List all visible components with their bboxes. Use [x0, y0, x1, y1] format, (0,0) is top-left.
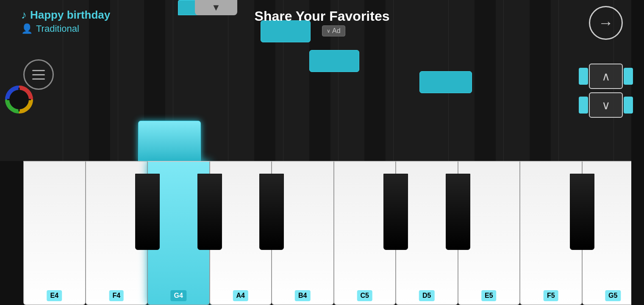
share-text: Share Your Favorites [255, 8, 390, 24]
note-block [419, 71, 472, 93]
white-keys: E4F4G4A4B4C5D5E5F5G5 [23, 161, 644, 305]
lane-separator [503, 0, 504, 161]
next-arrow-icon: → [598, 14, 613, 32]
lane-separator [558, 0, 559, 161]
black-key-fsharp5[interactable] [570, 174, 594, 250]
next-button[interactable]: → [589, 6, 623, 40]
ad-badge[interactable]: ∨ Ad [322, 25, 345, 36]
black-key-gsharp4[interactable] [197, 174, 222, 250]
ad-chevron: ∨ [327, 28, 330, 34]
black-key-asharp4[interactable] [259, 174, 284, 250]
song-artist-text: Traditional [36, 23, 79, 34]
lane-separator [338, 0, 339, 161]
lane-separator [118, 0, 118, 161]
piano-roll: ▼ ♪ Happy birthday 👤 Traditional Share Y… [0, 0, 644, 161]
white-key-e4[interactable]: E4 [23, 161, 86, 305]
note-block-active [138, 121, 201, 161]
music-note-icon: ♪ [21, 8, 27, 22]
nav-up-outer: ∧ [589, 64, 623, 89]
piano-keyboard: E4F4G4A4B4C5D5E5F5G5 [0, 161, 644, 305]
nav-up-button[interactable]: ∧ [589, 64, 623, 89]
ad-label: Ad [332, 27, 341, 35]
note-block [309, 50, 359, 72]
lane-separator [393, 0, 394, 161]
nav-handle-right [625, 68, 633, 85]
chevron-up-icon: ∧ [602, 69, 611, 83]
key-label-g4: G4 [171, 290, 186, 301]
black-lane [309, 0, 330, 161]
progress-circle [4, 85, 34, 114]
nav-down-button[interactable]: ∨ [589, 92, 623, 118]
song-artist: 👤 Traditional [21, 23, 110, 34]
black-key-fsharp4[interactable] [135, 174, 160, 250]
key-label-g5: G5 [605, 290, 621, 301]
song-title-text: Happy birthday [30, 8, 110, 22]
key-label-a4: A4 [233, 290, 248, 301]
share-banner: Share Your Favorites [255, 8, 390, 24]
left-strip [0, 161, 23, 305]
dropdown-button[interactable]: ▼ [195, 0, 237, 15]
black-key-csharp5[interactable] [383, 174, 408, 250]
key-label-d5: D5 [419, 290, 434, 301]
black-lane [475, 0, 496, 161]
nav-handle-left [579, 97, 587, 114]
nav-handle-right [625, 97, 633, 114]
chevron-down-icon: ∨ [602, 98, 611, 112]
key-label-e5: E5 [481, 290, 497, 301]
key-label-f4: F4 [109, 290, 124, 301]
song-info: ♪ Happy birthday 👤 Traditional [21, 8, 110, 34]
nav-down-outer: ∨ [589, 92, 623, 118]
lane-separator [228, 0, 228, 161]
black-lane [364, 0, 386, 161]
nav-buttons: ∧ ∨ [589, 64, 623, 118]
black-lane [530, 0, 551, 161]
person-icon: 👤 [21, 23, 33, 34]
black-key-dsharp5[interactable] [446, 174, 470, 250]
right-strip [631, 0, 644, 305]
key-label-c5: C5 [357, 290, 372, 301]
key-label-f5: F5 [544, 290, 558, 301]
song-title: ♪ Happy birthday [21, 8, 110, 22]
app-container: ▼ ♪ Happy birthday 👤 Traditional Share Y… [0, 0, 644, 305]
key-label-b4: B4 [295, 290, 310, 301]
dropdown-icon: ▼ [211, 2, 221, 13]
key-label-e4: E4 [47, 290, 62, 301]
hamburger-icon [32, 70, 45, 80]
nav-handle-left [579, 68, 587, 85]
